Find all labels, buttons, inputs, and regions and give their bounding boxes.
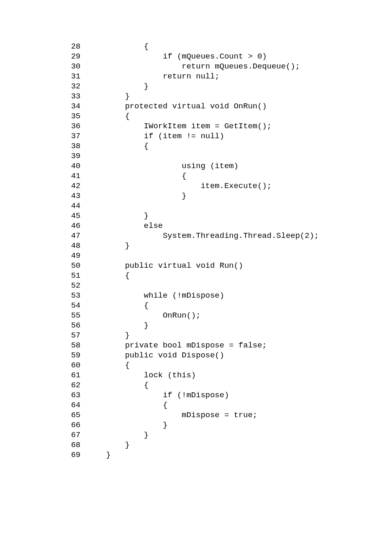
- line-code: while (!mDispose): [87, 291, 392, 301]
- line-number: 46: [0, 221, 87, 231]
- line-code: }: [87, 320, 392, 330]
- line-number: 58: [0, 340, 87, 350]
- line-code: return null;: [87, 71, 392, 81]
- code-line: 31 return null;: [0, 71, 392, 81]
- line-code: }: [87, 241, 392, 251]
- line-code: }: [87, 211, 392, 221]
- line-code: {: [87, 400, 392, 410]
- code-line: 36 IWorkItem item = GetItem();: [0, 121, 392, 131]
- line-code: private bool mDispose = false;: [87, 340, 392, 350]
- code-line: 44: [0, 201, 392, 211]
- line-number: 69: [0, 450, 87, 460]
- line-number: 57: [0, 330, 87, 340]
- code-line: 66 }: [0, 420, 392, 430]
- line-number: 50: [0, 261, 87, 271]
- line-number: 62: [0, 380, 87, 390]
- line-code: }: [87, 91, 392, 101]
- code-line: 47 System.Threading.Thread.Sleep(2);: [0, 231, 392, 241]
- line-code: public void Dispose(): [87, 350, 392, 360]
- line-number: 61: [0, 370, 87, 380]
- line-code: {: [87, 360, 392, 370]
- code-line: 33 }: [0, 91, 392, 101]
- code-line: 61 lock (this): [0, 370, 392, 380]
- code-line: 28 {: [0, 42, 392, 51]
- line-number: 47: [0, 231, 87, 241]
- line-code: mDispose = true;: [87, 410, 392, 420]
- line-number: 35: [0, 111, 87, 121]
- code-line: 69 }: [0, 450, 392, 460]
- code-line: 46 else: [0, 221, 392, 231]
- code-line: 56 }: [0, 320, 392, 330]
- code-line: 52: [0, 281, 392, 291]
- line-code: item.Execute();: [87, 181, 392, 191]
- line-code: }: [87, 420, 392, 430]
- code-line: 67 }: [0, 430, 392, 440]
- line-number: 34: [0, 101, 87, 111]
- line-number: 55: [0, 311, 87, 320]
- code-line: 65 mDispose = true;: [0, 410, 392, 420]
- code-line: 62 {: [0, 380, 392, 390]
- line-code: using (item): [87, 161, 392, 171]
- line-code: {: [87, 380, 392, 390]
- code-line: 63 if (!mDispose): [0, 390, 392, 400]
- code-line: 57 }: [0, 330, 392, 340]
- line-number: 60: [0, 360, 87, 370]
- code-line: 30 return mQueues.Dequeue();: [0, 61, 392, 71]
- line-code: }: [87, 450, 392, 460]
- line-number: 39: [0, 151, 87, 161]
- line-code: lock (this): [87, 370, 392, 380]
- line-code: if (!mDispose): [87, 390, 392, 400]
- code-line: 45 }: [0, 211, 392, 221]
- line-code: {: [87, 271, 392, 281]
- line-code: protected virtual void OnRun(): [87, 101, 392, 111]
- code-page: 28 {29 if (mQueues.Count > 0)30 return m…: [0, 0, 392, 555]
- line-number: 64: [0, 400, 87, 410]
- line-number: 54: [0, 301, 87, 311]
- code-line: 43 }: [0, 191, 392, 201]
- line-number: 56: [0, 320, 87, 330]
- line-number: 28: [0, 42, 87, 51]
- line-number: 52: [0, 281, 87, 291]
- line-number: 33: [0, 91, 87, 101]
- line-number: 44: [0, 201, 87, 211]
- line-number: 63: [0, 390, 87, 400]
- code-line: 53 while (!mDispose): [0, 291, 392, 301]
- line-code: IWorkItem item = GetItem();: [87, 121, 392, 131]
- code-line: 38 {: [0, 141, 392, 151]
- code-line: 40 using (item): [0, 161, 392, 171]
- line-code: {: [87, 141, 392, 151]
- line-number: 41: [0, 171, 87, 181]
- code-line: 29 if (mQueues.Count > 0): [0, 51, 392, 61]
- line-number: 59: [0, 350, 87, 360]
- code-line: 51 {: [0, 271, 392, 281]
- line-number: 43: [0, 191, 87, 201]
- code-line: 60 {: [0, 360, 392, 370]
- line-number: 48: [0, 241, 87, 251]
- code-line: 50 public virtual void Run(): [0, 261, 392, 271]
- code-line: 68 }: [0, 440, 392, 450]
- line-number: 32: [0, 81, 87, 91]
- code-line: 41 {: [0, 171, 392, 181]
- line-number: 51: [0, 271, 87, 281]
- line-number: 49: [0, 251, 87, 261]
- line-code: System.Threading.Thread.Sleep(2);: [87, 231, 392, 241]
- line-code: {: [87, 111, 392, 121]
- code-line: 49: [0, 251, 392, 261]
- line-number: 67: [0, 430, 87, 440]
- code-line: 54 {: [0, 301, 392, 311]
- line-number: 38: [0, 141, 87, 151]
- line-number: 68: [0, 440, 87, 450]
- line-code: }: [87, 430, 392, 440]
- code-line: 35 {: [0, 111, 392, 121]
- line-code: else: [87, 221, 392, 231]
- code-line: 48 }: [0, 241, 392, 251]
- code-line: 42 item.Execute();: [0, 181, 392, 191]
- line-number: 37: [0, 131, 87, 141]
- code-line: 34 protected virtual void OnRun(): [0, 101, 392, 111]
- line-code: if (item != null): [87, 131, 392, 141]
- line-number: 65: [0, 410, 87, 420]
- line-number: 53: [0, 291, 87, 301]
- line-number: 31: [0, 71, 87, 81]
- line-code: }: [87, 191, 392, 201]
- line-code: return mQueues.Dequeue();: [87, 61, 392, 71]
